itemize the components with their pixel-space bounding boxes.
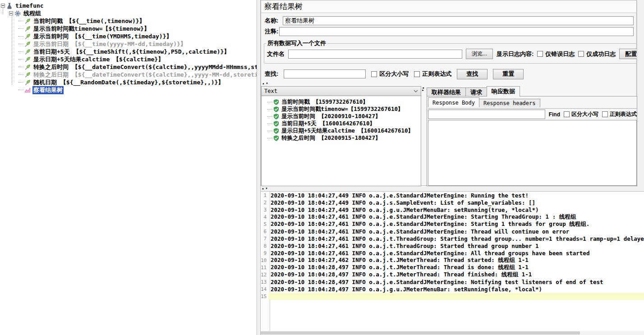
tree-node-sampler[interactable]: 显示当前时间戳timenow=【${timenow}】 — [0, 25, 257, 32]
result-item[interactable]: 显示日期+5天结果calctime 【1600164267610】 — [262, 127, 421, 134]
result-item[interactable]: 显示当前时间戳timenow=【1599732267610】 — [262, 106, 421, 113]
success-only-checkbox[interactable] — [578, 51, 584, 57]
sampler-dropper-icon — [24, 41, 31, 47]
tree-connector — [18, 90, 23, 90]
browse-button[interactable]: 浏览... — [466, 49, 493, 59]
config-scrollbar-track[interactable] — [637, 0, 644, 188]
line-number: 12 — [261, 272, 268, 278]
log-text: 2020-09-10 18:04:27,461 INFO o.a.j.e.Sta… — [268, 213, 644, 221]
success-shield-icon — [273, 128, 279, 134]
comment-label: 注释: — [265, 28, 278, 36]
tree-connector — [18, 59, 23, 60]
sampler-dropper-icon — [24, 33, 31, 40]
find-button[interactable]: 查找 — [457, 69, 488, 79]
splitter-handle-horizontal[interactable]: ▲▼ — [262, 82, 269, 85]
result-item[interactable]: 显示当前时间 【20200910-180427】 — [262, 113, 421, 120]
tab-sampler-result[interactable]: 取样器结果 — [427, 87, 466, 96]
tree-node-sampler-disabled[interactable]: 显示当前日期 【${__time(yyyy-MM-dd,timeday)}】 — [0, 40, 257, 48]
write-to-file-group: 所有数据写入一个文件 文件名 浏览... 显示日志内容: 仅错误日志 仅成功日志… — [264, 39, 644, 64]
tree-node-sampler[interactable]: 转换之后时间 【${__dateTimeConvert(${calctime},… — [0, 63, 257, 71]
tab-response-headers[interactable]: Response headers — [479, 99, 540, 107]
response-body-viewer[interactable] — [428, 120, 637, 186]
response-regex-checkbox[interactable] — [602, 111, 608, 117]
tree-connector — [18, 51, 23, 52]
tree-node-sampler[interactable]: 显示日期+5天结果calctime 【${calctime}】 — [0, 55, 257, 63]
tree-connector — [267, 109, 272, 110]
log-text: 2020-09-10 18:04:28,497 INFO o.a.j.g.u.J… — [268, 286, 644, 293]
errors-only-checkbox[interactable] — [537, 51, 543, 57]
collapse-toggle-icon[interactable] — [1, 4, 5, 8]
log-horizontal-scrollbar[interactable] — [261, 331, 644, 335]
search-row: 查找: 区分大小写 正则表达式 查找 重置 — [265, 68, 634, 80]
tree-node-label: 线程组 — [23, 9, 42, 18]
case-sensitive-checkbox[interactable] — [371, 71, 377, 77]
splitter-handle-vertical[interactable]: ◄► — [421, 86, 426, 186]
search-label: 查找: — [265, 70, 278, 78]
log-line: 62020-09-10 18:04:27,461 INFO o.a.j.e.St… — [261, 228, 644, 235]
comment-row: 注释: — [265, 27, 634, 37]
line-number: 15 — [261, 294, 268, 299]
regex-checkbox[interactable] — [414, 71, 420, 77]
result-item[interactable]: 当前时间戳 【1599732267610】 — [262, 98, 421, 106]
log-text: 2020-09-10 18:04:28,497 INFO o.a.j.e.Sta… — [268, 279, 644, 285]
splitter-arrows: ▲▼ — [262, 187, 269, 190]
line-number: 7 — [261, 236, 268, 242]
search-input[interactable] — [284, 69, 366, 78]
sampler-dropper-icon — [24, 56, 31, 63]
tree-node-label: 当前日期+5天 【${__timeShift(,${timenow},P5D,,… — [32, 48, 230, 56]
page-title: 察看结果树 — [261, 0, 636, 13]
tab-response-data[interactable]: 响应数据 — [487, 86, 520, 96]
success-shield-icon — [273, 114, 279, 119]
errors-only-option: 仅错误日志 — [537, 50, 575, 58]
results-tree-section: Text 当前时间戳 【1599732267610】 显示当前时间戳time — [261, 86, 421, 186]
sampler-dropper-icon — [24, 18, 31, 24]
result-item-label: 转换之后时间 【20200915-180427】 — [281, 134, 381, 142]
tree-node-label: timefunc — [14, 2, 45, 9]
right-panel: 察看结果树 名称: 注释: 所有数据写入一个文件 文件名 浏览... 显示日志内… — [261, 0, 644, 335]
tree-node-sampler[interactable]: 当前日期+5天 【${__timeShift(,${timenow},P5D,,… — [0, 48, 257, 55]
write-to-file-group-title: 所有数据写入一个文件 — [266, 39, 327, 47]
tree-node-sampler[interactable]: 当前时间戳 【${__time(,timenow)}】 — [0, 17, 257, 25]
tree-connector — [267, 138, 272, 138]
tree-node-test-plan[interactable]: timefunc — [0, 2, 257, 9]
log-console[interactable]: 12020-09-10 18:04:27,449 INFO o.a.j.e.St… — [261, 191, 644, 331]
jmeter-window: timefunc 线程组 当前时间戳 【${__time(,timenow)}】… — [0, 0, 644, 335]
tree-node-thread-group[interactable]: 线程组 — [0, 9, 257, 17]
tree-node-view-results-tree[interactable]: 察看结果树 — [0, 86, 257, 94]
collapse-toggle-icon[interactable] — [9, 11, 13, 15]
name-row: 名称: — [265, 16, 634, 26]
view-results-tree-config: 察看结果树 名称: 注释: 所有数据写入一个文件 文件名 浏览... 显示日志内… — [261, 0, 637, 186]
log-text: 2020-09-10 18:04:28,497 INFO o.a.j.t.JMe… — [268, 271, 644, 279]
tab-response-body[interactable]: Response Body — [428, 97, 479, 107]
filename-input[interactable] — [288, 50, 462, 59]
log-text — [268, 293, 644, 300]
result-item[interactable]: 转换之后时间 【20200915-180427】 — [262, 134, 421, 142]
tree-node-sampler[interactable]: 随机日期 【${__RandomDate(,${timeday},${store… — [0, 78, 257, 86]
tree-connector — [267, 102, 272, 102]
result-item[interactable]: 当前日期+5天 【1600164267610】 — [262, 120, 421, 127]
comment-input[interactable] — [279, 27, 634, 36]
log-line: 82020-09-10 18:04:27,461 INFO o.a.j.t.Th… — [261, 242, 644, 249]
tree-node-label: 当前时间戳 【${__time(,timenow)}】 — [32, 17, 146, 25]
test-plan-flask-icon — [6, 3, 13, 9]
tree-node-label: 显示当前时间戳timenow=【${timenow}】 — [32, 25, 151, 33]
scrollbar-thumb[interactable] — [261, 331, 580, 335]
name-input[interactable] — [283, 16, 634, 25]
response-regex-option: 正则表达式 — [602, 110, 637, 118]
log-text: 2020-09-10 18:04:28,497 INFO o.a.j.t.JMe… — [268, 264, 644, 271]
log-line: 12020-09-10 18:04:27,449 INFO o.a.j.e.St… — [261, 192, 644, 199]
response-data-content: Response Body Response headers Find 区分大小… — [427, 96, 637, 186]
tab-request[interactable]: 请求 — [465, 87, 487, 96]
result-item-label: 显示当前时间戳timenow=【1599732267610】 — [281, 106, 404, 113]
response-find-input[interactable] — [428, 110, 545, 119]
view-mode-dropdown[interactable]: Text — [261, 86, 421, 96]
sampler-dropper-icon — [24, 26, 31, 32]
success-shield-icon — [273, 121, 279, 127]
reset-button[interactable]: 重置 — [493, 69, 524, 79]
panel-splitter-vertical[interactable] — [257, 0, 261, 335]
response-case-checkbox[interactable] — [564, 111, 570, 117]
tree-node-sampler-disabled[interactable]: 转换之后日期 【${__dateTimeConvert(${calctime},… — [0, 71, 257, 78]
detail-tab-bar: 取样器结果 请求 响应数据 — [427, 86, 637, 96]
log-splitter[interactable]: ▲▼ — [261, 187, 644, 191]
tree-node-sampler[interactable]: 显示当前时间 【${__time(YMDHMS,timeday)}】 — [0, 32, 257, 40]
